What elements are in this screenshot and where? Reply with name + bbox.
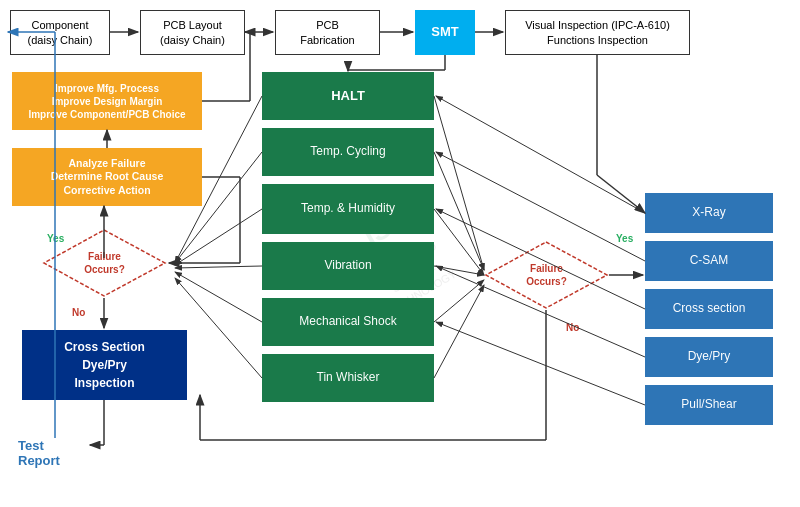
no-label-left: No <box>72 307 85 318</box>
cross-section-right-box: Cross section <box>645 289 773 329</box>
svg-line-17 <box>436 96 645 213</box>
svg-line-16 <box>597 175 645 213</box>
halt-box: HALT <box>262 72 434 120</box>
tin-whisker-box: Tin Whisker <box>262 354 434 402</box>
pcb-layout-box: PCB Layout (daisy Chain) <box>140 10 245 55</box>
vibration-box: Vibration <box>262 242 434 290</box>
svg-line-23 <box>434 152 484 270</box>
analyze-failure-box: Analyze Failure Determine Root Cause Cor… <box>12 148 202 206</box>
smt-box: SMT <box>415 10 475 55</box>
svg-line-25 <box>434 266 484 275</box>
no-label-right: No <box>566 322 579 333</box>
mech-shock-box: Mechanical Shock <box>262 298 434 346</box>
yes-label-right: Yes <box>616 233 633 244</box>
svg-line-27 <box>434 285 484 378</box>
svg-line-50 <box>175 278 262 378</box>
dye-pry-box: Dye/Pry <box>645 337 773 377</box>
component-box: Component (daisy Chain) <box>10 10 110 55</box>
svg-line-47 <box>175 209 262 265</box>
svg-line-21 <box>436 322 645 405</box>
svg-line-48 <box>175 266 262 268</box>
svg-line-26 <box>434 280 484 322</box>
temp-cycling-box: Temp. Cycling <box>262 128 434 176</box>
svg-line-49 <box>175 272 262 322</box>
svg-line-24 <box>434 209 484 275</box>
failure-diamond-left: FailureOccurs? <box>42 228 167 298</box>
pull-shear-box: Pull/Shear <box>645 385 773 425</box>
csam-box: C-SAM <box>645 241 773 281</box>
svg-line-22 <box>434 96 484 270</box>
pcb-fab-box: PCB Fabrication <box>275 10 380 55</box>
improve-box: Improve Mfg. Process Improve Design Marg… <box>12 72 202 130</box>
test-report: TestReport <box>18 438 60 468</box>
cross-section-box: Cross Section Dye/Pry Inspection <box>22 330 187 400</box>
temp-humidity-box: Temp. & Humidity <box>262 184 434 234</box>
xray-box: X-Ray <box>645 193 773 233</box>
visual-inspection-box: Visual Inspection (IPC-A-610) Functions … <box>505 10 690 55</box>
failure-diamond-right: FailureOccurs? <box>484 240 609 310</box>
